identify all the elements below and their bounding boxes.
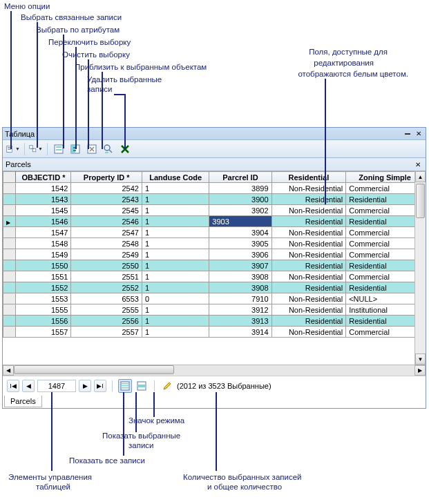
- select-by-attributes-button[interactable]: [51, 142, 66, 157]
- record-number-field[interactable]: 1487: [37, 380, 76, 392]
- cell-objectid[interactable]: 1553: [16, 293, 71, 304]
- cell-landuse[interactable]: 1: [142, 227, 209, 238]
- cell-landuse[interactable]: 0: [142, 293, 209, 304]
- cell-landuse[interactable]: 1: [142, 327, 209, 338]
- scroll-right-icon[interactable]: ▶: [414, 365, 426, 376]
- cell-propertyid[interactable]: 2556: [71, 316, 142, 327]
- cell-residential[interactable]: Residential: [271, 216, 346, 227]
- col-header-residential[interactable]: Residential: [271, 172, 346, 183]
- cell-parcelid[interactable]: 7910: [209, 293, 271, 304]
- cell-parcelid[interactable]: 3904: [209, 227, 271, 238]
- table-row[interactable]: 1550255013907ResidentialResidential: [3, 260, 424, 271]
- cell-residential[interactable]: Non-Residential: [271, 327, 346, 338]
- scroll-up-icon[interactable]: ▲: [415, 171, 426, 182]
- col-header-parcelid[interactable]: Parcrel ID: [209, 172, 271, 183]
- table-row[interactable]: 1545254513902Non-ResidentialCommercial: [3, 205, 424, 216]
- mode-indicator-icon[interactable]: [160, 379, 174, 393]
- cell-landuse[interactable]: 1: [142, 316, 209, 327]
- cell-propertyid[interactable]: 6553: [71, 293, 142, 304]
- row-header[interactable]: [3, 238, 16, 249]
- zoom-to-selected-button[interactable]: [101, 142, 116, 157]
- table-row[interactable]: 1553655307910Non-Residential<NULL>: [3, 293, 424, 304]
- cell-residential[interactable]: Residential: [271, 316, 346, 327]
- horizontal-scrollbar[interactable]: ◀ ▶: [3, 365, 426, 376]
- cell-landuse[interactable]: 1: [142, 183, 209, 194]
- delete-selected-button[interactable]: [117, 142, 133, 157]
- cell-objectid[interactable]: 1551: [16, 271, 71, 282]
- cell-residential[interactable]: Non-Residential: [271, 183, 346, 194]
- cell-parcelid[interactable]: 3913: [209, 316, 271, 327]
- cell-zoning[interactable]: <NULL>: [346, 293, 424, 304]
- row-header[interactable]: [3, 183, 16, 194]
- cell-objectid[interactable]: 1552: [16, 282, 71, 293]
- cell-residential[interactable]: Non-Residential: [271, 304, 346, 316]
- row-header[interactable]: [3, 293, 16, 304]
- scroll-left-icon[interactable]: ◀: [3, 365, 14, 376]
- window-close-icon[interactable]: ✕: [414, 129, 423, 139]
- row-header[interactable]: [3, 249, 16, 260]
- cell-objectid[interactable]: 1555: [16, 304, 71, 316]
- row-header-corner[interactable]: [3, 172, 16, 183]
- cell-objectid[interactable]: 1545: [16, 205, 71, 216]
- cell-residential[interactable]: Non-Residential: [271, 227, 346, 238]
- cell-zoning[interactable]: Institutional: [346, 304, 424, 316]
- cell-propertyid[interactable]: 2557: [71, 327, 142, 338]
- cell-residential[interactable]: Non-Residential: [271, 205, 346, 216]
- cell-propertyid[interactable]: 2545: [71, 205, 142, 216]
- cell-residential[interactable]: Residential: [271, 194, 346, 205]
- cell-zoning[interactable]: Residential: [346, 194, 424, 205]
- cell-objectid[interactable]: 1557: [16, 327, 71, 338]
- cell-landuse[interactable]: 1: [142, 205, 209, 216]
- cell-propertyid[interactable]: 2548: [71, 238, 142, 249]
- cell-residential[interactable]: Residential: [271, 282, 346, 293]
- cell-objectid[interactable]: 1548: [16, 238, 71, 249]
- nav-prev-button[interactable]: ◀: [22, 380, 35, 392]
- cell-zoning[interactable]: Commercial: [346, 205, 424, 216]
- cell-parcelid[interactable]: 3914: [209, 327, 271, 338]
- cell-objectid[interactable]: 1543: [16, 194, 71, 205]
- cell-landuse[interactable]: 1: [142, 304, 209, 316]
- cell-parcelid[interactable]: 3905: [209, 238, 271, 249]
- cell-landuse[interactable]: 1: [142, 282, 209, 293]
- nav-last-button[interactable]: ▶I: [94, 380, 106, 392]
- cell-zoning[interactable]: Residential: [346, 316, 424, 327]
- row-header[interactable]: [3, 271, 16, 282]
- cell-objectid[interactable]: 1549: [16, 249, 71, 260]
- row-header[interactable]: [3, 304, 16, 316]
- row-header[interactable]: [3, 327, 16, 338]
- cell-zoning[interactable]: Commercial: [346, 271, 424, 282]
- menu-options-button[interactable]: ▼: [6, 142, 21, 157]
- table-row[interactable]: ▶1546254613903ResidentialResidential: [3, 216, 424, 227]
- cell-landuse[interactable]: 1: [142, 271, 209, 282]
- cell-propertyid[interactable]: 2549: [71, 249, 142, 260]
- window-titlebar[interactable]: Таблица ✕: [3, 128, 426, 140]
- row-header[interactable]: [3, 205, 16, 216]
- vertical-scrollbar[interactable]: ▲ ▼: [414, 171, 426, 365]
- table-row[interactable]: 1552255213908ResidentialResidential: [3, 282, 424, 293]
- row-header[interactable]: ▶: [3, 216, 16, 227]
- window-drop-icon[interactable]: [403, 129, 412, 139]
- cell-propertyid[interactable]: 2552: [71, 282, 142, 293]
- scroll-down-icon[interactable]: ▼: [415, 353, 426, 365]
- row-header[interactable]: [3, 316, 16, 327]
- clear-selection-button[interactable]: [84, 142, 99, 157]
- switch-selection-button[interactable]: [68, 142, 83, 157]
- cell-zoning[interactable]: Residential: [346, 260, 424, 271]
- cell-parcelid[interactable]: 3906: [209, 249, 271, 260]
- table-row[interactable]: 1549254913906Non-ResidentialCommercial: [3, 249, 424, 260]
- table-row[interactable]: 1551255113908Non-ResidentialCommercial: [3, 271, 424, 282]
- cell-objectid[interactable]: 1542: [16, 183, 71, 194]
- col-header-zoning[interactable]: Zoning Simple: [346, 172, 424, 183]
- cell-residential[interactable]: Non-Residential: [271, 249, 346, 260]
- cell-parcelid[interactable]: 3902: [209, 205, 271, 216]
- cell-zoning[interactable]: Commercial: [346, 238, 424, 249]
- nav-first-button[interactable]: I◀: [7, 380, 19, 392]
- cell-zoning[interactable]: Commercial: [346, 249, 424, 260]
- cell-propertyid[interactable]: 2551: [71, 271, 142, 282]
- cell-residential[interactable]: Residential: [271, 260, 346, 271]
- cell-propertyid[interactable]: 2542: [71, 183, 142, 194]
- row-header[interactable]: [3, 260, 16, 271]
- cell-parcelid[interactable]: 3900: [209, 194, 271, 205]
- close-tab-icon[interactable]: ✕: [413, 159, 423, 169]
- cell-objectid[interactable]: 1550: [16, 260, 71, 271]
